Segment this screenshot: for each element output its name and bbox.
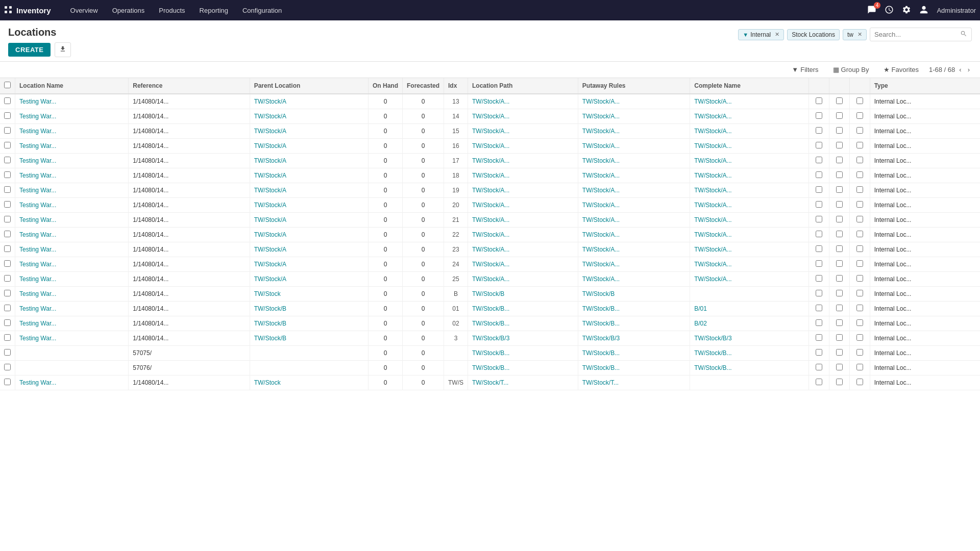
row-bool3-check[interactable] bbox=[856, 216, 863, 222]
row-bool2-check[interactable] bbox=[836, 97, 843, 104]
row-bool2-check[interactable] bbox=[836, 157, 843, 163]
row-checkbox[interactable] bbox=[4, 142, 11, 148]
row-parent[interactable] bbox=[250, 361, 368, 375]
row-path2[interactable]: TW/Stock/A... bbox=[578, 154, 690, 168]
row-checkbox[interactable] bbox=[4, 127, 11, 134]
row-path1[interactable]: TW/Stock/A... bbox=[468, 228, 578, 242]
col-select-all[interactable] bbox=[0, 78, 15, 94]
filter-tag-internal-remove[interactable]: ✕ bbox=[775, 31, 779, 38]
row-path2[interactable]: TW/Stock/B... bbox=[578, 361, 690, 375]
row-parent[interactable]: TW/Stock/A bbox=[250, 272, 368, 287]
row-bool2-check[interactable] bbox=[836, 290, 843, 296]
row-path1[interactable]: TW/Stock/T... bbox=[468, 375, 578, 390]
row-bool1-check[interactable] bbox=[816, 305, 822, 311]
row-bool3-check[interactable] bbox=[856, 127, 863, 134]
row-checkbox[interactable] bbox=[4, 245, 11, 252]
row-bool2-check[interactable] bbox=[836, 364, 843, 370]
row-parent[interactable]: TW/Stock/B bbox=[250, 331, 368, 346]
row-bool3-check[interactable] bbox=[856, 171, 863, 178]
row-parent[interactable]: TW/Stock/A bbox=[250, 183, 368, 198]
row-bool2-check[interactable] bbox=[836, 275, 843, 282]
row-path2[interactable]: TW/Stock/A... bbox=[578, 242, 690, 257]
row-bool3-check[interactable] bbox=[856, 364, 863, 370]
row-bool3-check[interactable] bbox=[856, 245, 863, 252]
row-checkbox[interactable] bbox=[4, 171, 11, 178]
row-bool3-check[interactable] bbox=[856, 319, 863, 326]
row-path1[interactable]: TW/Stock/B... bbox=[468, 302, 578, 316]
row-path1[interactable]: TW/Stock/A... bbox=[468, 94, 578, 109]
row-checkbox[interactable] bbox=[4, 349, 11, 356]
row-bool1-check[interactable] bbox=[816, 186, 822, 193]
row-parent[interactable]: TW/Stock/B bbox=[250, 316, 368, 331]
row-location-name[interactable]: Testing War... bbox=[15, 287, 129, 302]
grid-icon[interactable] bbox=[4, 6, 12, 15]
row-bool1-check[interactable] bbox=[816, 157, 822, 163]
row-bool2-check[interactable] bbox=[836, 142, 843, 148]
row-bool2-check[interactable] bbox=[836, 319, 843, 326]
row-path1[interactable]: TW/Stock/B/3 bbox=[468, 331, 578, 346]
download-button[interactable] bbox=[55, 42, 71, 57]
row-path2[interactable]: TW/Stock/A... bbox=[578, 168, 690, 183]
row-bool2-check[interactable] bbox=[836, 201, 843, 208]
row-parent[interactable]: TW/Stock/B bbox=[250, 302, 368, 316]
row-parent[interactable]: TW/Stock/A bbox=[250, 213, 368, 228]
row-path1[interactable]: TW/Stock/B... bbox=[468, 361, 578, 375]
app-name[interactable]: Inventory bbox=[16, 6, 51, 15]
user-icon[interactable] bbox=[917, 3, 930, 18]
row-location-name[interactable]: Testing War... bbox=[15, 272, 129, 287]
row-location-name[interactable]: Testing War... bbox=[15, 331, 129, 346]
row-checkbox[interactable] bbox=[4, 290, 11, 296]
row-path1[interactable]: TW/Stock/A... bbox=[468, 139, 578, 154]
row-checkbox[interactable] bbox=[4, 364, 11, 370]
row-location-name[interactable]: Testing War... bbox=[15, 213, 129, 228]
row-parent[interactable]: TW/Stock/A bbox=[250, 139, 368, 154]
row-bool1-check[interactable] bbox=[816, 216, 822, 222]
row-path1[interactable]: TW/Stock/A... bbox=[468, 257, 578, 272]
row-path1[interactable]: TW/Stock/B bbox=[468, 287, 578, 302]
row-path1[interactable]: TW/Stock/A... bbox=[468, 109, 578, 124]
select-all-checkbox[interactable] bbox=[4, 82, 11, 88]
row-path2[interactable]: TW/Stock/A... bbox=[578, 272, 690, 287]
row-location-name[interactable] bbox=[15, 361, 129, 375]
row-bool2-check[interactable] bbox=[836, 305, 843, 311]
row-location-name[interactable]: Testing War... bbox=[15, 316, 129, 331]
row-parent[interactable]: TW/Stock/A bbox=[250, 154, 368, 168]
row-path2[interactable]: TW/Stock/A... bbox=[578, 124, 690, 139]
row-location-name[interactable] bbox=[15, 346, 129, 361]
row-path1[interactable]: TW/Stock/A... bbox=[468, 154, 578, 168]
row-path2[interactable]: TW/Stock/A... bbox=[578, 213, 690, 228]
row-location-name[interactable]: Testing War... bbox=[15, 139, 129, 154]
row-location-name[interactable]: Testing War... bbox=[15, 302, 129, 316]
row-bool3-check[interactable] bbox=[856, 157, 863, 163]
row-path1[interactable]: TW/Stock/B... bbox=[468, 346, 578, 361]
row-bool3-check[interactable] bbox=[856, 186, 863, 193]
row-bool1-check[interactable] bbox=[816, 290, 822, 296]
row-checkbox[interactable] bbox=[4, 275, 11, 282]
row-bool3-check[interactable] bbox=[856, 334, 863, 341]
row-path2[interactable]: TW/Stock/A... bbox=[578, 228, 690, 242]
row-parent[interactable]: TW/Stock/A bbox=[250, 257, 368, 272]
row-bool1-check[interactable] bbox=[816, 379, 822, 385]
row-bool1-check[interactable] bbox=[816, 171, 822, 178]
row-location-name[interactable]: Testing War... bbox=[15, 257, 129, 272]
row-bool1-check[interactable] bbox=[816, 334, 822, 341]
row-parent[interactable]: TW/Stock bbox=[250, 375, 368, 390]
row-path2[interactable]: TW/Stock/B... bbox=[578, 346, 690, 361]
row-path2[interactable]: TW/Stock/A... bbox=[578, 183, 690, 198]
row-location-name[interactable]: Testing War... bbox=[15, 242, 129, 257]
row-path1[interactable]: TW/Stock/A... bbox=[468, 183, 578, 198]
row-path1[interactable]: TW/Stock/A... bbox=[468, 168, 578, 183]
row-checkbox[interactable] bbox=[4, 231, 11, 237]
row-location-name[interactable]: Testing War... bbox=[15, 124, 129, 139]
row-checkbox[interactable] bbox=[4, 260, 11, 267]
row-bool2-check[interactable] bbox=[836, 112, 843, 119]
row-location-name[interactable]: Testing War... bbox=[15, 168, 129, 183]
filter-tag-tw-remove[interactable]: ✕ bbox=[857, 31, 862, 38]
row-path2[interactable]: TW/Stock/T... bbox=[578, 375, 690, 390]
group-by-button[interactable]: ▦ Group By bbox=[829, 64, 873, 76]
row-bool2-check[interactable] bbox=[836, 231, 843, 237]
filters-button[interactable]: ▼ Filters bbox=[788, 64, 822, 76]
nav-configuration[interactable]: Configuration bbox=[235, 0, 289, 20]
row-bool1-check[interactable] bbox=[816, 97, 822, 104]
row-bool2-check[interactable] bbox=[836, 127, 843, 134]
